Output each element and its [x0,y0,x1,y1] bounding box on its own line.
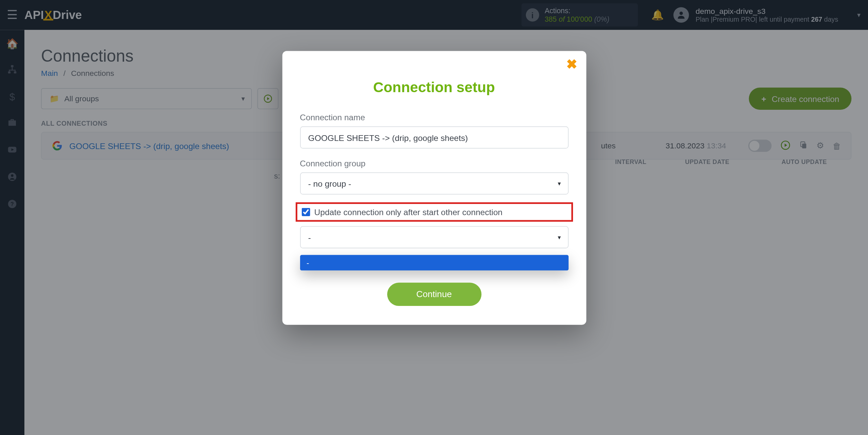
chevron-down-icon: ▾ [558,180,561,187]
dependent-connection-select[interactable]: - ▾ [300,226,568,248]
connection-name-input[interactable] [300,126,568,148]
connection-name-label: Connection name [300,112,568,122]
checkbox-label: Update connection only after start other… [314,207,502,217]
highlighted-checkbox-row: Update connection only after start other… [295,202,573,222]
connection-setup-modal: ✖ Connection setup Connection name Conne… [282,51,586,325]
modal-title: Connection setup [300,79,568,96]
close-icon[interactable]: ✖ [566,57,577,72]
update-after-checkbox[interactable] [301,208,310,216]
connection-group-select[interactable]: - no group - ▾ [300,172,568,194]
group-value: - no group - [308,179,351,188]
chevron-down-icon: ▾ [558,234,561,241]
dependent-value: - [308,232,311,242]
dropdown-option[interactable]: - [300,255,568,271]
connection-group-label: Connection group [300,159,568,168]
continue-button[interactable]: Continue [387,283,481,306]
